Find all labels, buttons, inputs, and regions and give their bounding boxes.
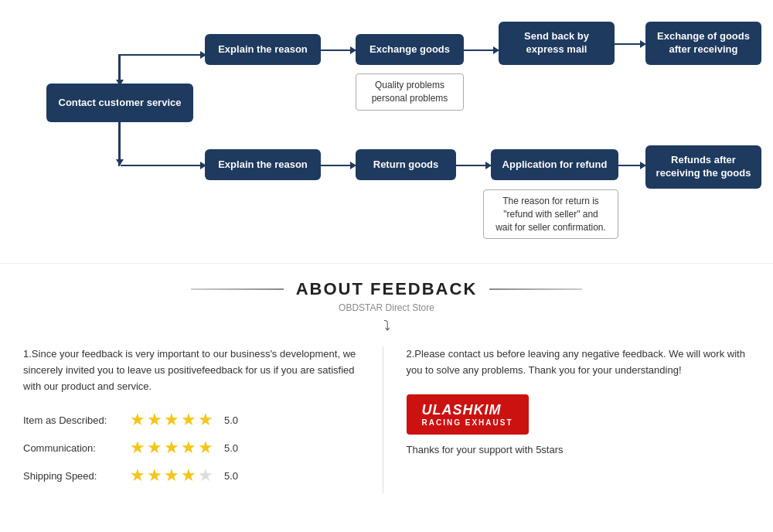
node-exchange-goods: Exchange goods [356, 34, 464, 65]
note-exchange: Quality problemspersonal problems [356, 73, 464, 111]
feedback-right-text: 2.Please contact us before leaving any n… [407, 346, 751, 379]
node-return-goods: Return goods [356, 149, 456, 180]
note-refund: The reason for return is"refund with sel… [483, 189, 618, 239]
arrow-exchange-sendback [464, 49, 499, 51]
feedback-section: ABOUT FEEDBACK OBDSTAR Direct Store ⤵ 1.… [0, 263, 773, 509]
rating-label-comm: Communication: [23, 442, 124, 454]
star-4: ★ [181, 410, 196, 430]
node-app-refund: Application for refund [491, 149, 618, 180]
feedback-title: ABOUT FEEDBACK [296, 279, 478, 299]
star-4: ★ [181, 466, 196, 486]
feedback-left: 1.Since your feedback is very important … [23, 346, 383, 493]
rating-score-item: 5.0 [224, 414, 238, 426]
node-refund-after: Refunds after receiving the goods [645, 145, 761, 189]
feedback-left-text: 1.Since your feedback is very important … [23, 346, 367, 394]
rating-label-item: Item as Described: [23, 414, 124, 426]
rating-row-comm: Communication: ★ ★ ★ ★ ★ 5.0 [23, 438, 367, 458]
star-5: ★ [198, 438, 213, 458]
star-1: ★ [130, 466, 145, 486]
arrow-sendback-exchangeafter [615, 43, 645, 45]
node-exchange-after: Exchange of goods after receiving [645, 22, 761, 65]
stars-item: ★ ★ ★ ★ ★ [130, 410, 213, 430]
flowchart-section: Contact customer service Explain the rea… [0, 0, 773, 263]
arrow-return-apprefund [456, 165, 491, 166]
star-1: ★ [130, 438, 145, 458]
vertical-connector [118, 54, 120, 166]
stars-comm: ★ ★ ★ ★ ★ [130, 438, 213, 458]
node-send-back: Send back by express mail [499, 22, 615, 65]
star-2: ★ [147, 466, 162, 486]
star-4: ★ [181, 438, 196, 458]
node-explain2: Explain the reason [205, 149, 321, 180]
note-refund-text: The reason for return is"refund with sel… [495, 196, 606, 233]
arrow-h-bottom [121, 165, 206, 166]
star-3: ★ [164, 466, 179, 486]
star-1: ★ [130, 410, 145, 430]
star-2: ★ [147, 438, 162, 458]
star-5: ★ [198, 410, 213, 430]
logo-sub: RACING EXHAUST [422, 418, 513, 427]
star-3: ★ [164, 438, 179, 458]
stars-ship: ★ ★ ★ ★ ★ [130, 466, 213, 486]
feedback-right: 2.Please contact us before leaving any n… [383, 346, 751, 493]
main-container: Contact customer service Explain the rea… [0, 0, 773, 509]
feedback-title-line: ABOUT FEEDBACK [23, 279, 750, 299]
feedback-chevron: ⤵ [23, 318, 750, 334]
rating-score-comm: 5.0 [224, 442, 238, 454]
arrow-apprefund-refundafter [618, 165, 645, 166]
node-contact: Contact customer service [46, 84, 193, 122]
logo-main: ULASHKIM [422, 402, 502, 418]
thanks-text: Thanks for your support with 5stars [407, 444, 751, 455]
rating-row-item: Item as Described: ★ ★ ★ ★ ★ 5.0 [23, 410, 367, 430]
feedback-content: 1.Since your feedback is very important … [23, 346, 750, 493]
note-exchange-text: Quality problemspersonal problems [372, 80, 448, 104]
star-3: ★ [164, 410, 179, 430]
rating-label-ship: Shipping Speed: [23, 470, 124, 482]
node-explain1: Explain the reason [205, 34, 321, 65]
arrow-h-top [121, 54, 206, 56]
rating-score-ship: 5.0 [224, 470, 238, 482]
feedback-header: ABOUT FEEDBACK OBDSTAR Direct Store ⤵ [23, 279, 750, 334]
feedback-store: OBDSTAR Direct Store [23, 302, 750, 313]
star-2: ★ [147, 410, 162, 430]
star-5: ★ [198, 466, 213, 486]
rating-row-ship: Shipping Speed: ★ ★ ★ ★ ★ 5.0 [23, 466, 367, 486]
ulashkim-logo: ULASHKIM RACING EXHAUST [407, 394, 529, 435]
arrow-explain1-exchange [321, 49, 356, 51]
arrow-explain2-return [321, 165, 356, 166]
